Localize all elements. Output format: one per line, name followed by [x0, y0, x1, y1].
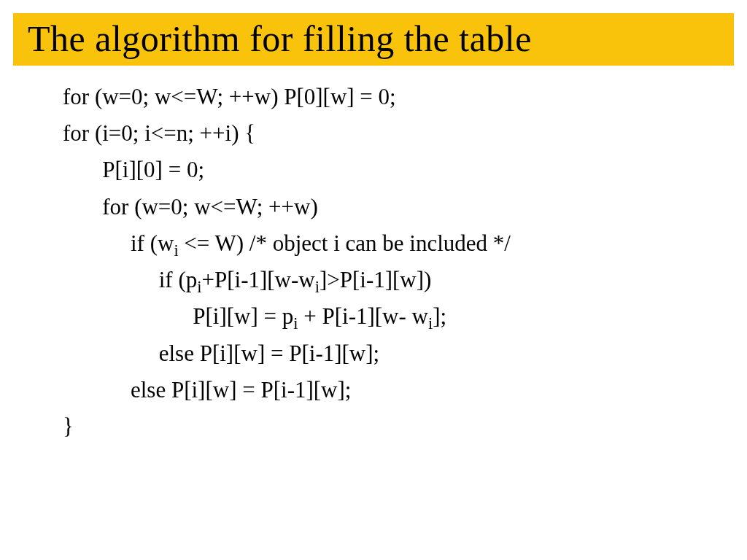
code-fragment: +P[i-1][w-w [201, 267, 314, 292]
code-line: else P[i][w] = P[i-1][w]; [63, 372, 747, 408]
code-line: for (i=0; i<=n; ++i) { [63, 115, 747, 152]
code-fragment: if (p [63, 267, 197, 292]
title-bar: The algorithm for filling the table [13, 13, 734, 66]
code-line: for (w=0; w<=W; ++w) [63, 189, 747, 225]
code-fragment: + P[i-1][w- w [298, 303, 427, 329]
code-line: if (wi <= W) /* object i can be included… [63, 225, 747, 262]
code-line: if (pi+P[i-1][w-wi]>P[i-1][w]) [63, 262, 747, 298]
code-fragment: <= W) /* object i can be included */ [179, 230, 511, 256]
code-line: P[i][0] = 0; [63, 152, 747, 188]
code-line: else P[i][w] = P[i-1][w]; [63, 335, 747, 372]
slide: The algorithm for filling the table for … [0, 13, 747, 560]
code-fragment: ]>P[i-1][w]) [320, 267, 432, 292]
code-line: for (w=0; w<=W; ++w) P[0][w] = 0; [63, 79, 747, 115]
code-fragment: if (w [63, 230, 174, 256]
code-line: P[i][w] = pi + P[i-1][w- wi]; [63, 298, 747, 335]
algorithm-code: for (w=0; w<=W; ++w) P[0][w] = 0; for (i… [63, 79, 747, 445]
code-fragment: P[i][w] = p [63, 303, 293, 329]
code-line: } [63, 408, 747, 445]
code-fragment: ]; [433, 303, 446, 329]
slide-title: The algorithm for filling the table [28, 18, 532, 59]
